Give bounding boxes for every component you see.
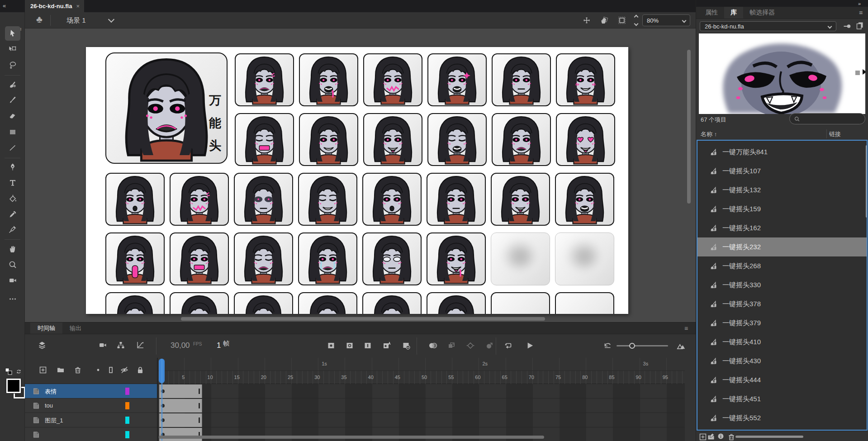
auto-keyframe-icon[interactable] bbox=[382, 341, 391, 350]
timeline-ruler[interactable]: 1s2s3s 510152025303540455055606570758085… bbox=[158, 358, 685, 384]
new-folder-icon[interactable] bbox=[56, 365, 65, 375]
library-item-一键万能头841[interactable]: 一键万能头841 bbox=[697, 142, 867, 161]
library-item-一键摇头132[interactable]: 一键摇头132 bbox=[697, 180, 867, 199]
scene-chevron-down-icon[interactable] bbox=[108, 16, 114, 23]
add-camera-icon[interactable] bbox=[98, 341, 107, 350]
stage-horizontal-scrollbar[interactable] bbox=[181, 317, 545, 321]
insert-blank-keyframe-icon[interactable] bbox=[345, 341, 354, 350]
layer-depth-icon[interactable] bbox=[136, 341, 145, 350]
library-item-一键摇头410[interactable]: 一键摇头410 bbox=[697, 332, 867, 351]
layer-row-表情[interactable]: 表情 bbox=[25, 384, 158, 398]
column-header-link[interactable]: 链接 bbox=[829, 130, 841, 138]
timeline-horizontal-scrollbar[interactable] bbox=[159, 436, 544, 439]
layer-color-swatch[interactable] bbox=[125, 402, 129, 409]
fill-color-swatch[interactable] bbox=[6, 379, 21, 393]
rotate-stage-icon[interactable] bbox=[599, 16, 608, 25]
fluid-brush-tool[interactable] bbox=[5, 77, 20, 92]
pin-tool[interactable] bbox=[5, 222, 20, 237]
frame-span[interactable] bbox=[159, 384, 202, 398]
item-properties-icon[interactable] bbox=[717, 432, 725, 440]
fps-value[interactable]: 30,00 bbox=[171, 341, 190, 350]
delete-frame-icon[interactable] bbox=[402, 341, 411, 350]
stage-vertical-scrollbar[interactable] bbox=[687, 50, 691, 204]
tab-timeline[interactable]: 时间轴 bbox=[30, 322, 62, 334]
lock-all-icon[interactable] bbox=[136, 365, 145, 375]
frame-span[interactable] bbox=[159, 413, 202, 427]
paint-bucket-tool[interactable] bbox=[5, 191, 20, 206]
text-tool[interactable] bbox=[5, 175, 20, 190]
center-stage-icon[interactable] bbox=[582, 16, 591, 25]
new-folder-icon[interactable] bbox=[707, 432, 716, 441]
document-tab[interactable]: 26-bc-kd-nu.fla × bbox=[25, 0, 84, 12]
preview-stop-icon[interactable] bbox=[855, 71, 860, 75]
layer-row-图层_1[interactable]: 图层_1 bbox=[25, 413, 158, 427]
delete-item-icon[interactable] bbox=[727, 432, 736, 441]
layer-view-options-icon[interactable] bbox=[38, 341, 47, 350]
hand-tool[interactable] bbox=[5, 242, 20, 256]
frame-copy-icon[interactable] bbox=[485, 341, 494, 350]
library-item-list[interactable]: 一键万能头841一键摇头107一键摇头132一键摇头159一键摇头162一键摇头… bbox=[697, 140, 868, 431]
zoom-stepper[interactable] bbox=[633, 15, 639, 25]
layer-frames-row-partial[interactable] bbox=[158, 427, 685, 441]
clip-content-icon[interactable] bbox=[617, 16, 626, 25]
layer-row-tou[interactable]: tou bbox=[25, 398, 158, 413]
insert-frame-icon[interactable] bbox=[363, 341, 372, 350]
frames-area[interactable]: 1s2s3s 510152025303540455055606570758085… bbox=[158, 358, 685, 441]
library-item-一键摇头162[interactable]: 一键摇头162 bbox=[697, 218, 867, 237]
expand-panels-icon[interactable]: » bbox=[858, 1, 861, 6]
layer-color-swatch[interactable] bbox=[125, 388, 129, 395]
pen-tool[interactable] bbox=[5, 160, 20, 174]
column-divider[interactable] bbox=[826, 129, 827, 138]
resize-timeline-view-icon[interactable] bbox=[676, 341, 686, 351]
library-item-一键摇头451[interactable]: 一键摇头451 bbox=[697, 389, 867, 408]
frame-span[interactable] bbox=[159, 428, 202, 441]
free-transform-tool[interactable] bbox=[5, 42, 20, 57]
layer-frames-row[interactable] bbox=[158, 398, 685, 413]
library-item-一键摇头159[interactable]: 一键摇头159 bbox=[697, 199, 867, 218]
line-tool[interactable] bbox=[5, 141, 20, 155]
classic-brush-tool[interactable] bbox=[5, 93, 20, 107]
library-item-一键摇头107[interactable]: 一键摇头107 bbox=[697, 161, 867, 180]
layer-parenting-icon[interactable] bbox=[116, 341, 125, 350]
timeline-zoom-slider[interactable] bbox=[617, 345, 668, 346]
library-item-一键摇头378[interactable]: 一键摇头378 bbox=[697, 294, 867, 313]
library-item-一键摇头268[interactable]: 一键摇头268 bbox=[697, 256, 867, 275]
library-item-一键摇头552[interactable]: 一键摇头552 bbox=[697, 408, 867, 427]
library-item-一键摇头330[interactable]: 一键摇头330 bbox=[697, 275, 867, 294]
pin-library-icon[interactable] bbox=[843, 22, 852, 31]
library-horizontal-scrollbar[interactable] bbox=[735, 436, 803, 438]
library-item-一键摇头379[interactable]: 一键摇头379 bbox=[697, 313, 867, 332]
search-input[interactable] bbox=[802, 115, 857, 123]
tab-output[interactable]: 输出 bbox=[62, 322, 89, 334]
library-vertical-scrollbar[interactable] bbox=[866, 145, 868, 218]
insert-keyframe-icon[interactable] bbox=[327, 341, 336, 350]
eyedropper-tool[interactable] bbox=[5, 207, 20, 222]
zoom-tool[interactable] bbox=[5, 257, 20, 272]
create-tween-icon[interactable] bbox=[466, 341, 475, 350]
tab-library[interactable]: 库 bbox=[724, 7, 743, 19]
delete-layer-icon[interactable] bbox=[73, 365, 82, 375]
loop-playback-icon[interactable] bbox=[503, 341, 512, 350]
tab-properties[interactable]: 属性 bbox=[699, 7, 724, 19]
library-item-一键摇头232[interactable]: 一键摇头232 bbox=[697, 237, 867, 256]
layer-color-swatch[interactable] bbox=[125, 417, 129, 424]
eraser-tool[interactable] bbox=[5, 109, 20, 123]
show-hide-all-icon[interactable] bbox=[120, 365, 129, 375]
layer-frames-row[interactable] bbox=[158, 384, 685, 398]
onion-skin-icon[interactable] bbox=[428, 341, 437, 350]
camera-tool[interactable] bbox=[5, 273, 20, 288]
library-search-box[interactable] bbox=[789, 113, 865, 124]
new-layer-icon[interactable] bbox=[38, 365, 47, 375]
scene-symbol-icon[interactable]: ♣ bbox=[36, 14, 43, 25]
library-item-partial[interactable] bbox=[697, 427, 867, 431]
library-document-select[interactable]: 26-bc-kd-nu.fla bbox=[700, 21, 836, 31]
library-item-一键摇头430[interactable]: 一键摇头430 bbox=[697, 351, 867, 370]
layer-color-swatch[interactable] bbox=[125, 431, 129, 438]
selection-tool[interactable] bbox=[5, 26, 20, 41]
scene-name-label[interactable]: 场景 1 bbox=[66, 16, 86, 25]
layer-row-partial[interactable] bbox=[25, 427, 158, 441]
default-colors-widget[interactable] bbox=[5, 366, 23, 377]
rectangle-tool[interactable] bbox=[5, 125, 20, 139]
edit-multiple-frames-icon[interactable] bbox=[447, 341, 456, 350]
new-symbol-icon[interactable] bbox=[698, 432, 707, 441]
